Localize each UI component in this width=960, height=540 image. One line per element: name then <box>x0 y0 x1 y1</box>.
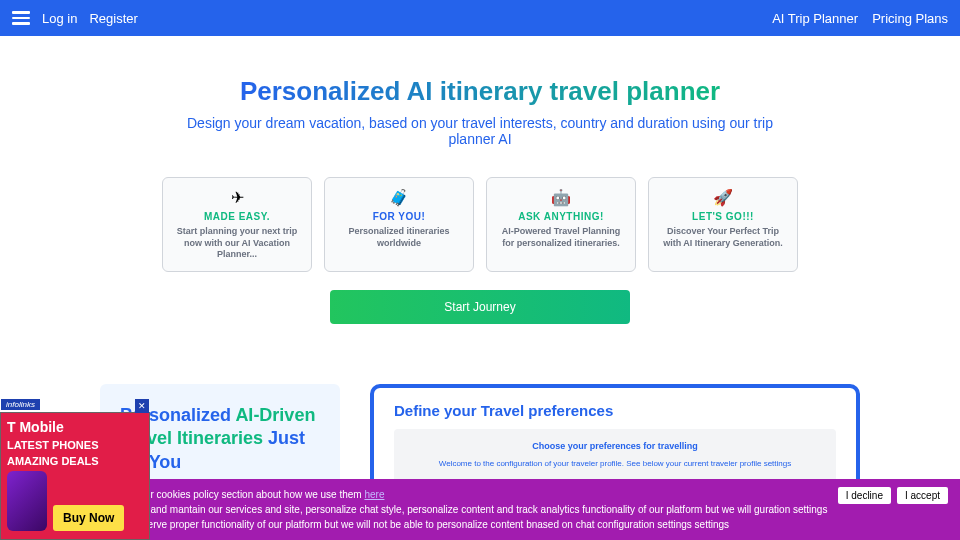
card-desc: Start planning your next trip now with o… <box>171 226 303 261</box>
hamburger-icon[interactable] <box>12 11 30 25</box>
ad-bottom: Buy Now <box>7 471 143 531</box>
ad-brand: T Mobile <box>7 419 143 435</box>
card-title: FOR YOU! <box>333 211 465 222</box>
card-title: MADE EASY. <box>171 211 303 222</box>
page-title: Personalized AI itinerary travel planner <box>240 76 720 107</box>
ad-tagline-1: LATEST PHONES <box>7 439 143 451</box>
ad-tagline-2: AMAZING DEALS <box>7 455 143 467</box>
page-subtitle: Design your dream vacation, based on you… <box>180 115 780 147</box>
plane-icon: ✈ <box>171 188 303 207</box>
buy-now-button[interactable]: Buy Now <box>53 505 124 531</box>
ai-trip-planner-link[interactable]: AI Trip Planner <box>772 11 858 26</box>
feature-heading: Personalized AI-Driven Travel Itinerarie… <box>120 404 320 474</box>
ad-close-icon[interactable]: ✕ <box>135 399 149 413</box>
accept-button[interactable]: I accept <box>897 487 948 504</box>
card-ask-anything: 🤖 ASK ANYTHING! AI-Powered Travel Planni… <box>486 177 636 272</box>
start-journey-button[interactable]: Start Journey <box>330 290 630 324</box>
login-link[interactable]: Log in <box>42 11 77 26</box>
preferences-title: Define your Travel preferences <box>394 402 836 419</box>
luggage-icon: 🧳 <box>333 188 465 207</box>
phone-icon <box>7 471 47 531</box>
card-desc: Personalized itineraries worldwide <box>333 226 465 249</box>
card-desc: Discover Your Perfect Trip with AI Itine… <box>657 226 789 249</box>
top-nav: Log in Register AI Trip Planner Pricing … <box>0 0 960 36</box>
pref-subtext: Welcome to the configuration of your tra… <box>406 459 824 468</box>
hero-section: Personalized AI itinerary travel planner… <box>0 36 960 157</box>
pricing-plans-link[interactable]: Pricing Plans <box>872 11 948 26</box>
robot-icon: 🤖 <box>495 188 627 207</box>
cookie-buttons: I decline I accept <box>838 487 948 504</box>
feature-cards: ✈ MADE EASY. Start planning your next tr… <box>0 177 960 272</box>
ad-box: infolinks ✕ T Mobile LATEST PHONES AMAZI… <box>0 412 150 540</box>
card-title: ASK ANYTHING! <box>495 211 627 222</box>
cookie-here-link[interactable]: here <box>364 489 384 500</box>
rocket-icon: 🚀 <box>657 188 789 207</box>
card-title: LET'S GO!!! <box>657 211 789 222</box>
card-desc: AI-Powered Travel Planning for personali… <box>495 226 627 249</box>
nav-left: Log in Register <box>12 11 138 26</box>
card-lets-go: 🚀 LET'S GO!!! Discover Your Perfect Trip… <box>648 177 798 272</box>
ad-label: infolinks <box>1 399 40 410</box>
pref-heading: Choose your preferences for travelling <box>406 441 824 451</box>
card-made-easy: ✈ MADE EASY. Start planning your next tr… <box>162 177 312 272</box>
decline-button[interactable]: I decline <box>838 487 891 504</box>
nav-right: AI Trip Planner Pricing Plans <box>772 11 948 26</box>
register-link[interactable]: Register <box>89 11 137 26</box>
card-for-you: 🧳 FOR YOU! Personalized itineraries worl… <box>324 177 474 272</box>
